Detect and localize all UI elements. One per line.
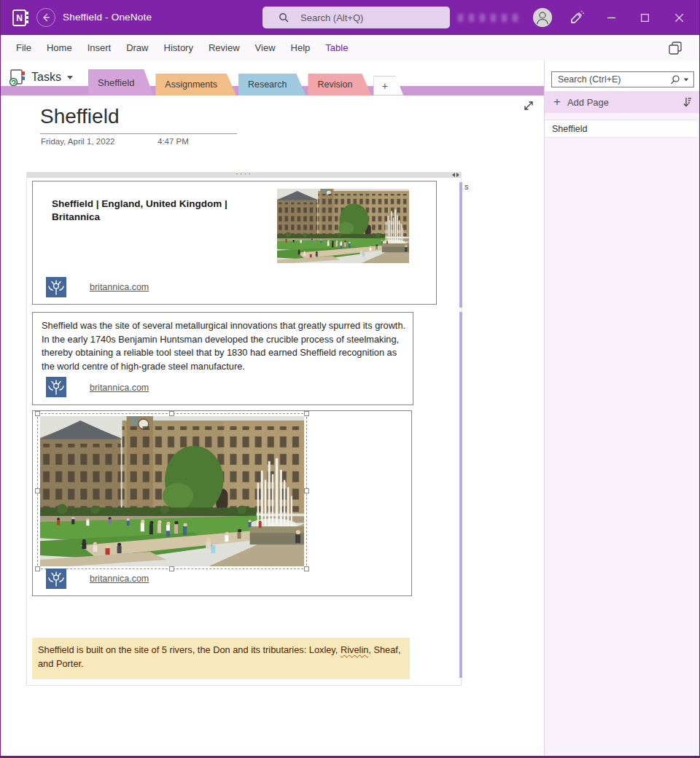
onenote-app-icon: N (12, 9, 30, 27)
britannica-logo-icon (46, 568, 66, 589)
page-title[interactable]: Sheffield (40, 105, 119, 128)
resize-handle-nw[interactable] (35, 411, 40, 416)
menu-home[interactable]: Home (47, 42, 72, 53)
resize-handle-w[interactable] (35, 488, 40, 493)
title-bar: N Sheffield - OneNote Search (Alt+Q) (0, 0, 700, 35)
page-time: 4:47 PM (158, 137, 189, 146)
add-section-button[interactable]: + (373, 76, 403, 95)
sort-pages-icon[interactable] (680, 96, 692, 108)
tab-revision[interactable]: Revision (308, 74, 371, 95)
britannica-link[interactable]: britannica.com (90, 282, 149, 292)
grip-dots: ···· (236, 169, 252, 178)
britannica-logo-icon (46, 377, 66, 397)
britannica-logo-icon (46, 277, 66, 297)
page-canvas[interactable]: Sheffield Friday, April 1, 2022 4:47 PM … (1, 95, 544, 756)
notebook-name: Tasks (31, 71, 61, 84)
chevron-down-icon[interactable] (684, 78, 688, 81)
chevron-down-icon (67, 76, 73, 79)
page-navigation-pane: Search (Ctrl+E) + Add Page Sheffield (544, 60, 700, 756)
add-page-bar[interactable]: + Add Page (545, 91, 700, 113)
resize-handle-se[interactable] (304, 566, 309, 571)
notebook-selector[interactable]: Tasks (9, 66, 73, 89)
resize-handle-e[interactable] (304, 488, 309, 493)
titlebar-search-placeholder: Search (Alt+Q) (300, 12, 363, 23)
back-button[interactable] (36, 8, 55, 27)
note-container: ···· Sheffield | England, United Kingdom… (26, 172, 462, 686)
notebook-icon (9, 69, 26, 86)
ribbon-menu-bar: File Home Insert Draw History Review Vie… (0, 35, 700, 60)
note-misspelled-word: Rivelin (341, 644, 368, 655)
resize-handle-n[interactable] (169, 411, 174, 416)
menu-help[interactable]: Help (291, 42, 311, 53)
feedback-icon[interactable] (569, 9, 585, 26)
tab-sheffield[interactable]: Sheffield (88, 69, 153, 95)
text-excerpt-card[interactable]: Sheffield was the site of several metall… (32, 312, 413, 405)
sheffield-photo-thumbnail (277, 189, 409, 263)
scrollbar-thumb-upper[interactable] (459, 182, 462, 308)
britannica-link[interactable]: britannica.com (90, 574, 149, 584)
resize-handle-s[interactable] (169, 566, 174, 571)
search-icon (670, 74, 680, 85)
britannica-link[interactable]: britannica.com (90, 383, 149, 393)
menu-file[interactable]: File (16, 42, 31, 53)
menu-history[interactable]: History (164, 42, 193, 53)
maximize-button[interactable] (628, 0, 661, 35)
image-selection-border (37, 413, 307, 569)
page-date: Friday, April 1, 2022 (41, 137, 114, 146)
page-search-placeholder: Search (Ctrl+E) (558, 74, 670, 85)
excerpt-text[interactable]: Sheffield was the site of several metall… (42, 319, 409, 373)
resize-handle-sw[interactable] (35, 566, 40, 571)
window-title: Sheffield - OneNote (63, 12, 152, 23)
window-border-left (0, 0, 1, 758)
page-item-title: Sheffield (552, 124, 587, 134)
resize-arrows-icon[interactable] (452, 173, 459, 177)
menu-view[interactable]: View (255, 42, 276, 53)
note-text-before: Sheffield is built on the site of 5 rive… (38, 644, 341, 655)
search-icon (279, 12, 289, 23)
account-name-blurred (458, 14, 520, 22)
clipped-text-fragment: s (464, 182, 469, 191)
page-title-underline (40, 133, 237, 134)
section-tabs: Sheffield Assignments Research Revision … (88, 69, 403, 95)
tab-assignments[interactable]: Assignments (155, 74, 236, 95)
onenote-window: N Sheffield - OneNote Search (Alt+Q) (0, 0, 700, 758)
close-button[interactable] (662, 0, 696, 35)
add-page-label: Add Page (567, 97, 609, 108)
image-card[interactable]: britannica.com (32, 410, 412, 596)
svg-text:N: N (16, 13, 23, 23)
side-by-side-windows-icon[interactable] (668, 41, 682, 55)
menu-review[interactable]: Review (209, 42, 240, 53)
plus-icon: + (553, 95, 561, 109)
link-preview-card[interactable]: Sheffield | England, United Kingdom | Br… (32, 181, 437, 305)
titlebar-search[interactable]: Search (Alt+Q) (262, 7, 450, 28)
tab-research[interactable]: Research (238, 74, 306, 95)
page-list-item-sheffield[interactable]: Sheffield (545, 120, 697, 138)
menu-table[interactable]: Table (325, 42, 348, 53)
minimize-button[interactable] (594, 0, 628, 35)
page-search-box[interactable]: Search (Ctrl+E) (551, 71, 694, 87)
expand-page-icon[interactable] (522, 99, 538, 115)
highlighted-note[interactable]: Sheffield is built on the site of 5 rive… (32, 638, 410, 679)
account-avatar[interactable] (533, 8, 552, 27)
menu-draw[interactable]: Draw (126, 42, 148, 53)
note-container-grip[interactable]: ···· (27, 172, 461, 178)
menu-insert[interactable]: Insert (88, 42, 112, 53)
link-card-title: Sheffield | England, United Kingdom | Br… (52, 198, 260, 224)
menu: File Home Insert Draw History Review Vie… (16, 35, 348, 60)
scrollbar-thumb-lower[interactable] (459, 312, 462, 678)
resize-handle-ne[interactable] (304, 411, 309, 416)
